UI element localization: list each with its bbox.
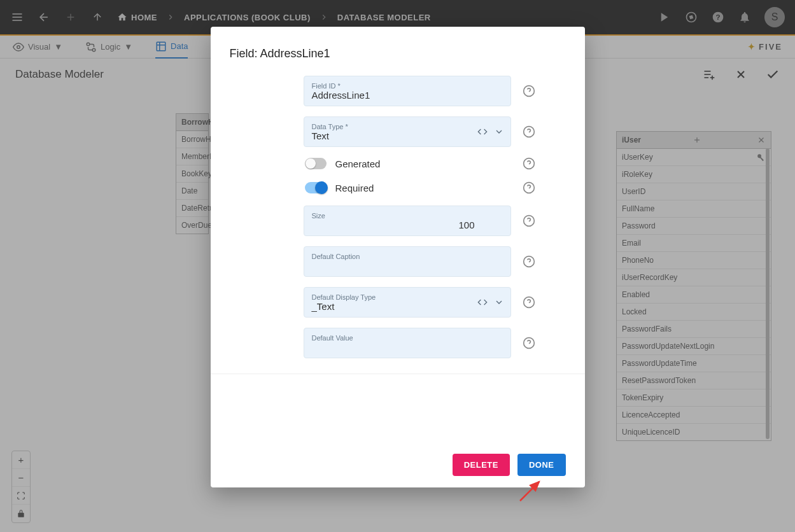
field-id-label: Field ID *: [312, 82, 503, 90]
required-switch[interactable]: [305, 182, 327, 193]
field-modal: Field: AddressLine1 Field ID * AddressLi…: [211, 27, 585, 487]
generated-label: Generated: [335, 158, 381, 169]
data-type-select[interactable]: Data Type * Text: [304, 116, 511, 147]
modal-footer: DELETE DONE: [453, 454, 566, 476]
size-input[interactable]: Size 100: [304, 206, 511, 236]
help-icon[interactable]: [523, 85, 535, 97]
code-icon[interactable]: [477, 297, 488, 307]
chevron-down-icon[interactable]: [494, 127, 504, 137]
modal-title: Field: AddressLine1: [230, 27, 566, 76]
default-caption-value: [312, 260, 503, 271]
required-label: Required: [335, 183, 374, 193]
help-icon[interactable]: [523, 296, 535, 309]
chevron-down-icon[interactable]: [494, 297, 504, 307]
help-icon[interactable]: [523, 181, 535, 194]
default-display-type-select[interactable]: Default Display Type _Text: [304, 287, 511, 318]
field-id-value: AddressLine1: [312, 90, 503, 101]
default-caption-label: Default Caption: [312, 253, 503, 260]
size-value: 100: [312, 220, 503, 230]
generated-switch[interactable]: [305, 158, 327, 169]
default-display-type-label: Default Display Type: [312, 293, 503, 301]
data-type-label: Data Type *: [312, 123, 503, 130]
help-icon[interactable]: [523, 337, 535, 349]
delete-button[interactable]: DELETE: [453, 454, 510, 476]
default-value-value: [312, 342, 503, 353]
done-button[interactable]: DONE: [517, 454, 566, 476]
default-caption-input[interactable]: Default Caption: [304, 246, 511, 277]
modal-overlay: Field: AddressLine1 Field ID * AddressLi…: [0, 0, 795, 532]
code-icon[interactable]: [477, 127, 488, 137]
help-icon[interactable]: [523, 214, 535, 227]
size-label: Size: [312, 212, 503, 220]
default-display-type-value: _Text: [312, 301, 503, 312]
data-type-value: Text: [312, 130, 503, 141]
help-icon[interactable]: [523, 255, 535, 268]
help-icon[interactable]: [523, 125, 535, 138]
help-icon[interactable]: [523, 157, 535, 170]
default-value-input[interactable]: Default Value: [304, 328, 511, 358]
default-value-label: Default Value: [312, 334, 503, 342]
field-id-input[interactable]: Field ID * AddressLine1: [304, 76, 511, 106]
